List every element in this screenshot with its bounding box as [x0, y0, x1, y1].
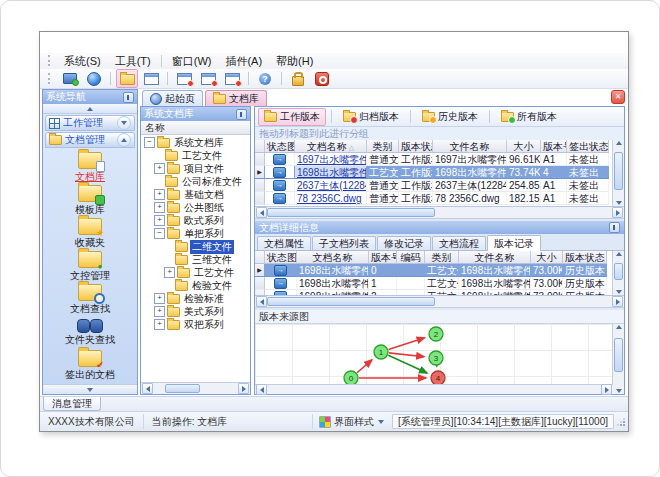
expand-icon[interactable]: + [154, 293, 165, 304]
tree-node[interactable]: +公共图纸 [141, 201, 250, 214]
column-header[interactable]: 大小 [507, 140, 541, 153]
tree-node[interactable]: 三维文件 [141, 253, 250, 266]
expand-icon[interactable]: + [154, 319, 165, 330]
detail-tab[interactable]: 修改记录 [377, 236, 431, 250]
column-header[interactable]: 文档名称 [297, 251, 369, 264]
sidebar-item[interactable]: 文档库 [43, 152, 137, 185]
tree-horizontal-scrollbar[interactable] [141, 382, 250, 394]
version-filter-button[interactable]: 历史版本 [416, 108, 484, 126]
toolbar-grip-handle[interactable] [48, 73, 53, 84]
expand-icon[interactable]: + [154, 202, 165, 213]
sidebar-item[interactable]: 签出的文档 [43, 350, 137, 383]
sidebar-scroll-up[interactable] [43, 104, 137, 114]
window-resize-grip[interactable] [616, 416, 626, 428]
detail-tab[interactable]: 版本记录 [487, 235, 541, 251]
scroll-left-icon[interactable] [256, 384, 267, 395]
toolbar-button[interactable] [287, 69, 309, 88]
column-header[interactable]: 类别 [367, 140, 399, 153]
version-filter-button[interactable]: 所有版本 [495, 108, 563, 126]
collapse-icon[interactable]: − [144, 137, 155, 148]
toolbar-button[interactable] [311, 69, 333, 88]
tree-node[interactable]: 检验文件 [141, 279, 250, 292]
chevron-up-icon[interactable] [117, 133, 131, 147]
table-row[interactable]: ▶1698出水嘴零件图.dwg0工艺文件1698出水嘴零件图.dwg73.00K… [255, 264, 624, 277]
column-header[interactable]: 类别 [425, 251, 459, 264]
scroll-right-icon[interactable] [612, 207, 623, 218]
page-tab[interactable]: 文档库 [205, 90, 267, 106]
scrollbar-thumb[interactable] [165, 384, 200, 393]
toolbar-button[interactable] [59, 69, 81, 88]
tree-node[interactable]: +双把系列 [141, 318, 250, 331]
column-header[interactable]: 文件名称 [459, 251, 531, 264]
scrollbar-thumb[interactable] [614, 338, 623, 372]
table-row[interactable]: 78 2356C.dwg普通文档工作版本78 2356C.dwg182.15KB… [255, 192, 624, 205]
pin-icon[interactable] [123, 92, 134, 103]
scrollbar-thumb[interactable] [267, 208, 435, 217]
toolbar-button[interactable] [254, 69, 276, 88]
tree-node[interactable]: +基础文档 [141, 188, 250, 201]
tree-node[interactable]: −单把系列 [141, 227, 250, 240]
chevron-down-icon[interactable] [117, 116, 131, 130]
menu-item[interactable]: 工具(T) [108, 53, 158, 69]
scrollbar-thumb[interactable] [614, 152, 623, 190]
message-manager-tab[interactable]: 消息管理 [43, 397, 101, 411]
sidebar-item[interactable]: 文控管理 [43, 251, 137, 284]
tree-node[interactable]: +项目文件 [141, 162, 250, 175]
toolbar-button[interactable] [83, 69, 105, 88]
tree-node[interactable]: +美式系列 [141, 305, 250, 318]
toolbar-button[interactable] [221, 69, 243, 88]
expand-icon[interactable]: + [154, 215, 165, 226]
column-header[interactable]: 状态图 [265, 251, 297, 264]
pin-icon[interactable] [609, 222, 620, 233]
menu-item[interactable]: 窗口(W) [165, 53, 219, 69]
expand-icon[interactable]: + [154, 189, 165, 200]
sidebar-item[interactable]: 文档查找 [43, 284, 137, 317]
column-header[interactable]: 版本状态 [399, 140, 433, 153]
scrollbar-thumb[interactable] [614, 263, 623, 280]
detail-tab[interactable]: 文档属性 [257, 236, 311, 250]
table-row[interactable]: 1698出水嘴零件图.dwg1工艺文件1698出水嘴零件图.dwg73.00KB… [255, 277, 624, 290]
column-header[interactable]: 版本状态 [563, 251, 607, 264]
table-row[interactable]: 1697出水嘴零件图.dwg普通文档工作版本1697出水嘴零件图.dwg96.6… [255, 153, 624, 166]
detail-tab[interactable]: 文档流程 [432, 236, 486, 250]
scroll-right-icon[interactable] [601, 384, 612, 395]
graph-hscrollbar[interactable] [255, 384, 613, 394]
sidebar-scroll-down[interactable] [43, 384, 137, 394]
column-header[interactable]: 签出状态 [567, 140, 609, 153]
toolbar-button[interactable] [197, 69, 219, 88]
tree-node[interactable]: +工艺文件 [141, 266, 250, 279]
column-header[interactable]: 大小 [531, 251, 563, 264]
column-header[interactable]: 文件名称 [433, 140, 507, 153]
scroll-right-icon[interactable] [238, 383, 249, 394]
scroll-right-icon[interactable] [612, 296, 623, 307]
documents-table-hscrollbar[interactable] [255, 207, 624, 219]
detail-tab[interactable]: 子文档列表 [312, 236, 376, 250]
expand-icon[interactable]: + [154, 163, 165, 174]
scroll-left-icon[interactable] [256, 207, 267, 218]
toolbar-button[interactable] [116, 69, 138, 88]
column-header[interactable]: 版本号 [369, 251, 397, 264]
collapse-icon[interactable]: − [154, 228, 165, 239]
menu-grip-handle[interactable] [48, 55, 53, 66]
menu-item[interactable]: 插件(A) [218, 53, 269, 69]
scrollbar-thumb[interactable] [267, 297, 435, 306]
column-header[interactable]: 版本号 [541, 140, 567, 153]
interface-style-selector[interactable]: 界面样式 [312, 414, 390, 429]
column-header[interactable]: 文档名称△ [295, 140, 367, 153]
column-header[interactable]: 状态图 [265, 140, 295, 153]
pin-icon[interactable] [236, 109, 247, 120]
sidebar-item[interactable]: 收藏夹 [43, 218, 137, 251]
close-tab-icon[interactable]: ✕ [611, 90, 625, 104]
scroll-left-icon[interactable] [142, 383, 153, 394]
tree-node[interactable]: +检验标准 [141, 292, 250, 305]
toolbar-button[interactable] [140, 69, 162, 88]
tree-node[interactable]: 公司标准文件 [141, 175, 250, 188]
version-filter-button[interactable]: 工作版本 [258, 108, 326, 126]
column-header[interactable]: 编码 [397, 251, 425, 264]
versions-table-vscrollbar[interactable] [612, 251, 624, 295]
expand-icon[interactable]: + [164, 267, 175, 278]
sidebar-group-header[interactable]: 工作管理 [45, 115, 135, 131]
tree-node[interactable]: +欧式系列 [141, 214, 250, 227]
menu-item[interactable]: 系统(S) [57, 53, 108, 69]
versions-table-hscrollbar[interactable] [255, 296, 624, 308]
